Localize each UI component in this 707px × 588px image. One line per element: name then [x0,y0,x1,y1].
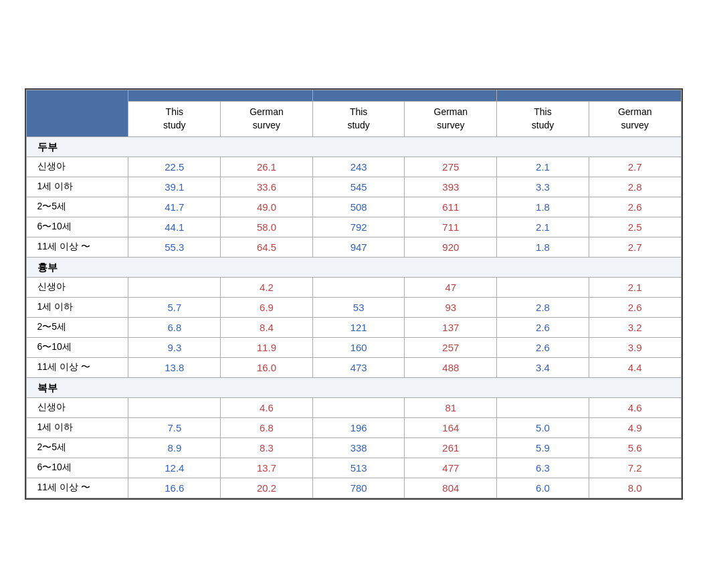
data-table: Thisstudy Germansurvey Thisstudy Germans… [26,90,682,498]
row-value: 2.8 [497,297,589,317]
category-row: 복부 [26,377,681,397]
row-value: 2.6 [497,337,589,357]
row-value: 4.9 [589,417,681,437]
row-value: 545 [312,177,405,197]
row-value: 611 [405,197,497,217]
row-value: 7.5 [128,417,221,437]
category-label: 두부 [26,136,681,157]
row-value: 8.4 [221,317,313,337]
row-value [497,397,589,417]
row-value: 5.9 [497,437,589,458]
row-value [312,277,405,297]
row-value: 4.4 [589,357,681,377]
row-value: 5.0 [497,417,589,437]
table-row: 신생아22.526.12432752.12.7 [26,157,681,177]
table-row: 2〜5세6.88.41211372.63.2 [26,317,681,337]
row-value [128,277,221,297]
row-value [128,397,221,417]
row-value: 4.6 [589,397,681,417]
table-row: 11세 이상 〜16.620.27808046.08.0 [26,478,681,498]
row-value: 81 [405,397,497,417]
row-value: 53 [312,297,405,317]
ed-german-header: Germansurvey [589,102,681,136]
category-row: 흉부 [26,257,681,277]
row-value: 261 [405,437,497,458]
table-row: 1세 이하7.56.81961645.04.9 [26,417,681,437]
row-value: 93 [405,297,497,317]
ed-this-study-header: Thisstudy [497,102,589,136]
row-label: 1세 이하 [26,297,128,317]
table-row: 11세 이상 〜55.364.59479201.82.7 [26,237,681,257]
row-value: 5.7 [128,297,221,317]
row-value: 5.6 [589,437,681,458]
row-value: 49.0 [221,197,313,217]
row-label: 신생아 [26,157,128,177]
row-value: 20.2 [221,478,313,498]
ctdivol-this-study-header: Thisstudy [128,102,221,136]
row-value: 2.1 [589,277,681,297]
row-label: 6〜10세 [26,337,128,357]
row-value: 947 [312,237,405,257]
row-value: 55.3 [128,237,221,257]
row-value: 3.3 [497,177,589,197]
row-value: 477 [405,458,497,478]
row-value: 8.3 [221,437,313,458]
table-row: 신생아4.2472.1 [26,277,681,297]
row-value: 12.4 [128,458,221,478]
row-value: 6.0 [497,478,589,498]
row-value: 488 [405,357,497,377]
row-value: 3.9 [589,337,681,357]
row-value: 2.6 [589,297,681,317]
row-value: 6.3 [497,458,589,478]
dlp-this-study-header: Thisstudy [312,102,405,136]
row-value: 2.7 [589,237,681,257]
table-row: 6〜10세44.158.07927112.12.5 [26,217,681,237]
row-value: 64.5 [221,237,313,257]
row-value: 2.8 [589,177,681,197]
row-value: 508 [312,197,405,217]
row-value: 6.9 [221,297,313,317]
row-value: 2.6 [497,317,589,337]
row-value: 2.5 [589,217,681,237]
row-value: 13.7 [221,458,313,478]
table-row: 2〜5세41.749.05086111.82.6 [26,197,681,217]
row-value [312,397,405,417]
row-label: 2〜5세 [26,197,128,217]
row-value: 44.1 [128,217,221,237]
row-value: 8.0 [589,478,681,498]
row-value: 4.2 [221,277,313,297]
row-value: 6.8 [128,317,221,337]
row-value: 1.8 [497,197,589,217]
row-value: 13.8 [128,357,221,377]
row-label: 신생아 [26,397,128,417]
row-value: 6.8 [221,417,313,437]
row-value: 804 [405,478,497,498]
row-value: 16.6 [128,478,221,498]
row-value: 9.3 [128,337,221,357]
row-value: 8.9 [128,437,221,458]
row-value: 513 [312,458,405,478]
row-value: 1.8 [497,237,589,257]
row-value: 3.4 [497,357,589,377]
row-value: 58.0 [221,217,313,237]
row-value: 2.6 [589,197,681,217]
table-row: 1세 이하5.76.953932.82.6 [26,297,681,317]
row-value: 164 [405,417,497,437]
row-value: 4.6 [221,397,313,417]
row-value: 338 [312,437,405,458]
row-value: 26.1 [221,157,313,177]
dlp-german-header: Germansurvey [405,102,497,136]
row-value: 920 [405,237,497,257]
category-row: 두부 [26,136,681,157]
row-value: 41.7 [128,197,221,217]
row-value: 33.6 [221,177,313,197]
ctdivol-german-header: Germansurvey [221,102,313,136]
row-label: 11세 이상 〜 [26,237,128,257]
row-value: 275 [405,157,497,177]
row-label: 1세 이하 [26,417,128,437]
row-value: 7.2 [589,458,681,478]
row-label: 2〜5세 [26,437,128,458]
row-value: 47 [405,277,497,297]
row-label: 6〜10세 [26,217,128,237]
row-value: 2.1 [497,157,589,177]
